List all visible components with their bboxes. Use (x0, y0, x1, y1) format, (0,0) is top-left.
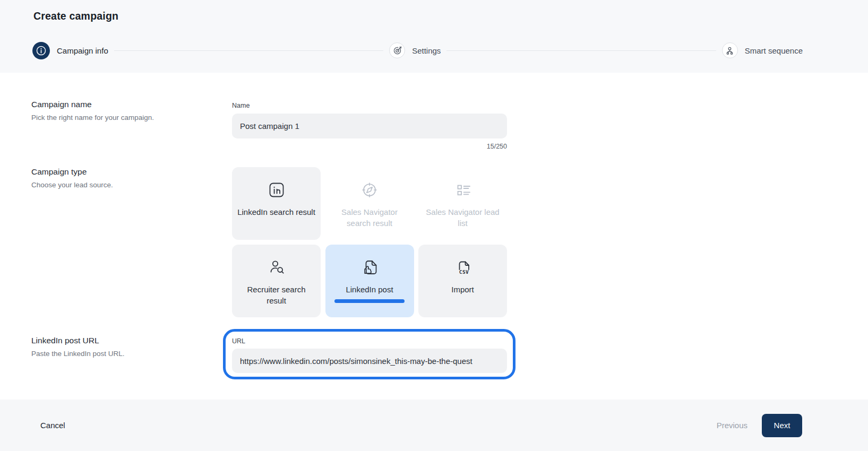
header: Create campaign Campaign info (0, 0, 868, 73)
selected-underline (334, 299, 405, 303)
info-icon (32, 42, 50, 59)
section-subtitle: Pick the right name for your campaign. (31, 114, 212, 122)
section-subtitle: Paste the LinkedIn post URL. (31, 350, 212, 358)
option-linkedin-post[interactable]: LinkedIn post (325, 245, 414, 317)
step-smart-sequence[interactable]: Smart sequence (722, 42, 803, 58)
section-title: Campaign type (31, 167, 212, 177)
url-field-label: URL (232, 337, 245, 345)
step-label: Smart sequence (745, 46, 803, 55)
option-sales-navigator-lead-list: Sales Navigator lead list (418, 167, 507, 240)
tile-label: LinkedIn post (346, 284, 393, 295)
option-import[interactable]: CSV Import (418, 245, 507, 317)
linkedin-post-url-input[interactable] (232, 349, 507, 373)
person-search-icon (267, 258, 286, 277)
linkedin-icon (267, 180, 286, 200)
step-label: Campaign info (57, 46, 108, 55)
cancel-button[interactable]: Cancel (40, 421, 65, 430)
option-linkedin-search-result[interactable]: LinkedIn search result (232, 167, 321, 240)
campaign-type-grid: LinkedIn search result Sales Navigator s… (232, 167, 507, 317)
footer: Cancel Previous Next (0, 400, 868, 451)
svg-text:CSV: CSV (459, 269, 469, 275)
tile-label: Import (451, 284, 474, 295)
section-subtitle: Choose your lead source. (31, 181, 212, 189)
linkedin-post-url-section-head: LinkedIn post URL Paste the LinkedIn pos… (31, 336, 212, 358)
post-thumbs-up-icon (360, 258, 379, 277)
stepper-connector (114, 50, 383, 51)
section-title: LinkedIn post URL (31, 336, 212, 345)
campaign-name-section-head: Campaign name Pick the right name for yo… (31, 100, 212, 122)
linkedin-post-url-highlight-box: URL (223, 329, 515, 379)
tile-label: Sales Navigator search result (331, 206, 409, 229)
create-campaign-modal: Create campaign Campaign info (0, 0, 868, 451)
option-sales-navigator-search-result: Sales Navigator search result (325, 167, 414, 240)
name-field-label: Name (232, 102, 250, 109)
campaign-type-section-head: Campaign type Choose your lead source. (31, 167, 212, 189)
stepper: Campaign info Settings (32, 41, 803, 59)
lead-list-icon (453, 180, 472, 200)
compass-icon (360, 180, 379, 200)
tile-label: Recruiter search result (237, 284, 315, 306)
step-campaign-info[interactable]: Campaign info (32, 42, 108, 59)
page-title: Create campaign (33, 10, 118, 22)
option-recruiter-search-result[interactable]: Recruiter search result (232, 245, 321, 317)
section-title: Campaign name (31, 100, 212, 109)
campaign-name-input[interactable] (232, 114, 507, 138)
next-button[interactable]: Next (762, 414, 802, 437)
stepper-connector (446, 50, 716, 51)
previous-button[interactable]: Previous (717, 421, 747, 430)
csv-file-icon: CSV (453, 258, 472, 277)
step-settings[interactable]: Settings (389, 42, 441, 58)
sitemap-icon (722, 42, 738, 58)
tile-label: Sales Navigator lead list (424, 206, 502, 229)
tile-label: LinkedIn search result (237, 206, 315, 218)
char-counter: 15/250 (232, 143, 507, 150)
target-icon (389, 42, 405, 58)
step-label: Settings (412, 46, 441, 55)
campaign-name-field-block: Name 15/250 (232, 100, 507, 150)
